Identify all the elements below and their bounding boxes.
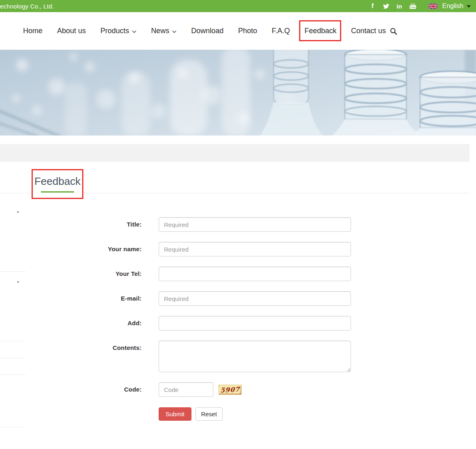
reset-button[interactable]: Reset <box>196 407 223 421</box>
nav-item-download[interactable]: Download <box>191 27 223 35</box>
nav-item-products[interactable]: Products <box>100 27 136 35</box>
captcha-image[interactable]: 5907 <box>219 385 242 395</box>
company-name: echnology Co., Ltd. <box>0 3 54 10</box>
main-nav: Home About us Products News Download Pho… <box>0 12 476 50</box>
breadcrumb-bar <box>0 144 470 162</box>
form-row-code: Code: 5907 <box>0 382 364 397</box>
your-tel-label: Your Tel: <box>0 267 142 277</box>
page-title: Feedback <box>34 176 81 186</box>
chevron-down-icon <box>172 30 176 33</box>
facebook-icon[interactable]: f <box>368 2 377 11</box>
your-name-input[interactable] <box>159 242 351 256</box>
youtube-icon[interactable]: You Tube <box>408 2 417 11</box>
nav-item-photo[interactable]: Photo <box>238 27 257 35</box>
contents-label: Contents: <box>0 341 142 351</box>
annotation-box-page-title: Feedback <box>32 169 83 199</box>
uk-flag-icon <box>429 3 438 9</box>
your-name-label: Your name: <box>0 242 142 252</box>
form-row-email: E-mail: <box>0 291 364 306</box>
nav-item-about-us[interactable]: About us <box>57 27 86 35</box>
form-row-name: Your name: <box>0 242 364 256</box>
form-row-title: Title: <box>0 217 364 232</box>
add-label: Add: <box>0 316 142 326</box>
sidebar-divider <box>0 427 26 427</box>
your-tel-input[interactable] <box>159 267 351 281</box>
nav-item-contact-us[interactable]: Contact us <box>351 27 386 35</box>
add-input[interactable] <box>159 316 351 330</box>
language-label: English <box>442 2 463 10</box>
topbar: echnology Co., Ltd. f in You Tube <box>0 0 476 12</box>
page-title-underline <box>41 191 74 193</box>
form-row-tel: Your Tel: <box>0 267 364 281</box>
submit-button[interactable]: Submit <box>159 407 191 421</box>
twitter-icon[interactable] <box>382 2 391 11</box>
title-label: Title: <box>0 217 142 228</box>
sidebar-item[interactable]: - <box>17 208 19 214</box>
title-input[interactable] <box>159 217 351 232</box>
nav-item-home[interactable]: Home <box>23 27 42 35</box>
nav-item-news[interactable]: News <box>151 27 176 35</box>
nav-item-faq[interactable]: F.A.Q <box>272 27 290 35</box>
form-row-contents: Contents: <box>0 341 364 372</box>
contents-textarea[interactable] <box>159 341 351 372</box>
search-icon[interactable] <box>390 28 397 35</box>
captcha-code: 5907 <box>220 385 240 394</box>
chevron-down-icon <box>467 5 471 8</box>
linkedin-icon[interactable]: in <box>395 2 404 11</box>
feedback-form: Title: Your name: Your Tel: E-mail: Add:… <box>0 217 364 421</box>
banner-image <box>0 50 476 136</box>
email-label: E-mail: <box>0 291 142 302</box>
page: echnology Co., Ltd. f in You Tube <box>0 0 476 449</box>
code-input[interactable] <box>159 382 213 397</box>
nav-item-feedback[interactable]: Feedback <box>304 27 336 35</box>
code-label: Code: <box>0 382 142 393</box>
language-selector[interactable]: English <box>429 2 471 10</box>
svg-text:You: You <box>410 3 415 5</box>
topbar-right: f in You Tube Englis <box>364 2 476 11</box>
svg-text:Tube: Tube <box>410 6 416 8</box>
form-buttons: Submit Reset <box>159 407 364 421</box>
email-input[interactable] <box>159 291 351 306</box>
form-row-add: Add: <box>0 316 364 330</box>
chevron-down-icon <box>132 30 136 33</box>
